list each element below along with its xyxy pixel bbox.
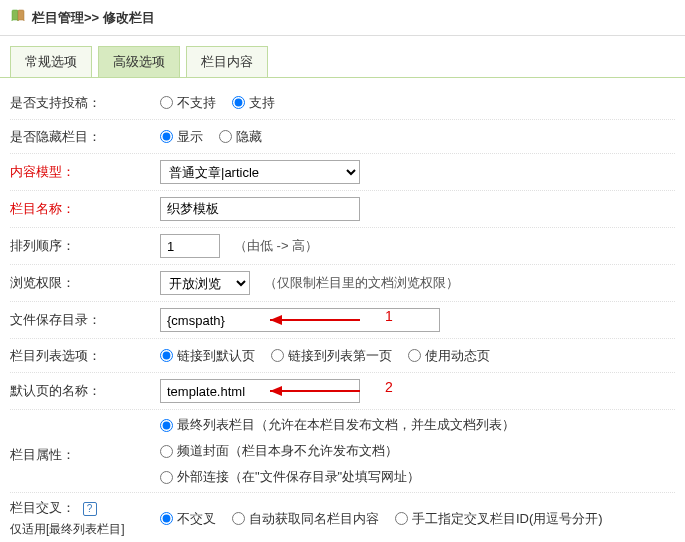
radio-hidden-hide[interactable]: 隐藏: [219, 128, 262, 146]
label-listopt: 栏目列表选项：: [10, 347, 160, 365]
input-defpage[interactable]: [160, 379, 360, 403]
radio-cross-1[interactable]: 不交叉: [160, 510, 216, 528]
row-name: 栏目名称：: [10, 191, 675, 228]
radio-cross-3[interactable]: 手工指定交叉栏目ID(用逗号分开): [395, 510, 603, 528]
row-submit: 是否支持投稿： 不支持 支持: [10, 86, 675, 120]
row-cross: 栏目交叉： ? 仅适用[最终列表栏目] 不交叉 自动获取同名栏目内容 手工指定交…: [10, 493, 675, 542]
radio-attr-1[interactable]: 最终列表栏目（允许在本栏目发布文档，并生成文档列表）: [160, 416, 515, 434]
label-attr: 栏目属性：: [10, 438, 160, 464]
row-listopt: 栏目列表选项： 链接到默认页 链接到列表第一页 使用动态页: [10, 339, 675, 373]
tab-general[interactable]: 常规选项: [10, 46, 92, 77]
row-defpage: 默认页的名称： 2: [10, 373, 675, 410]
anno-1: 1: [385, 308, 393, 324]
form: 是否支持投稿： 不支持 支持 是否隐藏栏目： 显示 隐藏 内容模型： 普通文章|…: [0, 78, 685, 542]
radio-submit-yes[interactable]: 支持: [232, 94, 275, 112]
label-browse: 浏览权限：: [10, 274, 160, 292]
tab-bar: 常规选项 高级选项 栏目内容: [0, 36, 685, 78]
label-name: 栏目名称：: [10, 200, 160, 218]
radio-cross-2[interactable]: 自动获取同名栏目内容: [232, 510, 379, 528]
radio-listopt-3[interactable]: 使用动态页: [408, 347, 490, 365]
input-order[interactable]: [160, 234, 220, 258]
label-cross: 栏目交叉： ? 仅适用[最终列表栏目]: [10, 499, 160, 538]
tab-content[interactable]: 栏目内容: [186, 46, 268, 77]
radio-hidden-show[interactable]: 显示: [160, 128, 203, 146]
help-icon[interactable]: ?: [83, 502, 97, 516]
hint-browse: （仅限制栏目里的文档浏览权限）: [264, 274, 459, 292]
row-order: 排列顺序： （由低 -> 高）: [10, 228, 675, 265]
input-savepath[interactable]: [160, 308, 440, 332]
tab-advanced[interactable]: 高级选项: [98, 46, 180, 77]
row-savepath: 文件保存目录： 1: [10, 302, 675, 339]
row-attr: 栏目属性： 最终列表栏目（允许在本栏目发布文档，并生成文档列表） 频道封面（栏目…: [10, 410, 675, 493]
select-model[interactable]: 普通文章|article: [160, 160, 360, 184]
radio-listopt-1[interactable]: 链接到默认页: [160, 347, 255, 365]
select-browse[interactable]: 开放浏览: [160, 271, 250, 295]
row-browse: 浏览权限： 开放浏览 （仅限制栏目里的文档浏览权限）: [10, 265, 675, 302]
sublabel-cross: 仅适用[最终列表栏目]: [10, 521, 152, 538]
label-model: 内容模型：: [10, 163, 160, 181]
row-hidden: 是否隐藏栏目： 显示 隐藏: [10, 120, 675, 154]
radio-submit-no[interactable]: 不支持: [160, 94, 216, 112]
breadcrumb: 栏目管理>> 修改栏目: [32, 9, 155, 27]
label-order: 排列顺序：: [10, 237, 160, 255]
label-defpage: 默认页的名称：: [10, 382, 160, 400]
label-hidden: 是否隐藏栏目：: [10, 128, 160, 146]
top-bar: 栏目管理>> 修改栏目: [0, 0, 685, 36]
row-model: 内容模型： 普通文章|article: [10, 154, 675, 191]
radio-attr-3[interactable]: 外部连接（在"文件保存目录"处填写网址）: [160, 468, 420, 486]
radio-attr-2[interactable]: 频道封面（栏目本身不允许发布文档）: [160, 442, 398, 460]
radio-listopt-2[interactable]: 链接到列表第一页: [271, 347, 392, 365]
input-name[interactable]: [160, 197, 360, 221]
label-submit: 是否支持投稿：: [10, 94, 160, 112]
label-savepath: 文件保存目录：: [10, 311, 160, 329]
anno-2: 2: [385, 379, 393, 395]
hint-order: （由低 -> 高）: [234, 237, 318, 255]
book-icon: [10, 8, 26, 27]
